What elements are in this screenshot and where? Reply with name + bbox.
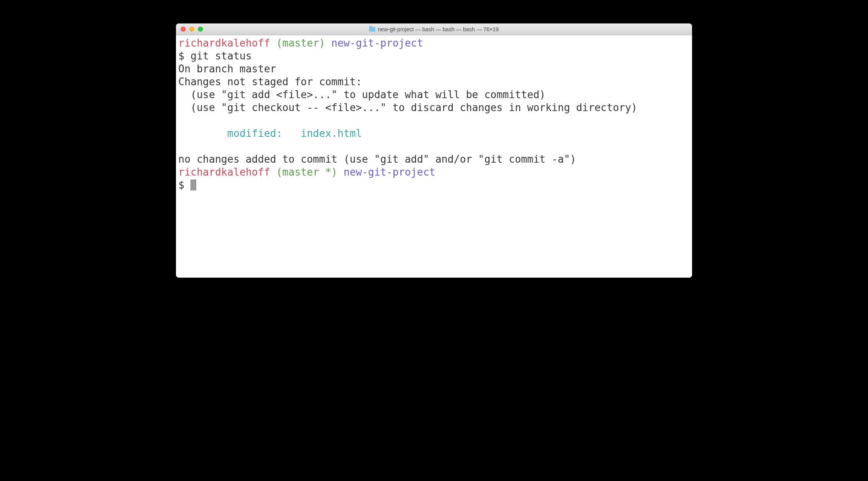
- prompt-user: richardkalehoff: [178, 37, 270, 49]
- output-line: (use "git add <file>..." to update what …: [178, 89, 545, 101]
- terminal-body[interactable]: richardkalehoff (master) new-git-project…: [176, 35, 692, 278]
- output-line: no changes added to commit (use "git add…: [178, 153, 576, 165]
- output-line: On branch master: [178, 63, 276, 75]
- output-line: (use "git checkout -- <file>..." to disc…: [178, 102, 637, 113]
- prompt-dir: new-git-project: [344, 166, 436, 178]
- cursor: [190, 179, 196, 190]
- command-text: git status: [190, 50, 252, 62]
- window-title: new-git-project — bash — bash — bash — 7…: [176, 26, 692, 32]
- prompt-user: richardkalehoff: [178, 166, 270, 178]
- close-icon[interactable]: [181, 27, 186, 32]
- folder-icon: [369, 27, 375, 32]
- prompt-dir: new-git-project: [331, 37, 423, 49]
- traffic-lights: [176, 27, 203, 32]
- terminal-window: new-git-project — bash — bash — bash — 7…: [176, 23, 692, 278]
- window-title-text: new-git-project — bash — bash — bash — 7…: [378, 26, 499, 32]
- prompt-symbol: $: [178, 50, 190, 62]
- prompt-branch: (master): [276, 37, 325, 49]
- prompt-symbol: $: [178, 179, 190, 191]
- prompt-branch: (master *): [276, 166, 337, 178]
- titlebar: new-git-project — bash — bash — bash — 7…: [176, 23, 692, 35]
- output-modified: modified: index.html: [178, 127, 362, 139]
- minimize-icon[interactable]: [189, 27, 194, 32]
- output-line: Changes not staged for commit:: [178, 76, 362, 88]
- zoom-icon[interactable]: [198, 27, 203, 32]
